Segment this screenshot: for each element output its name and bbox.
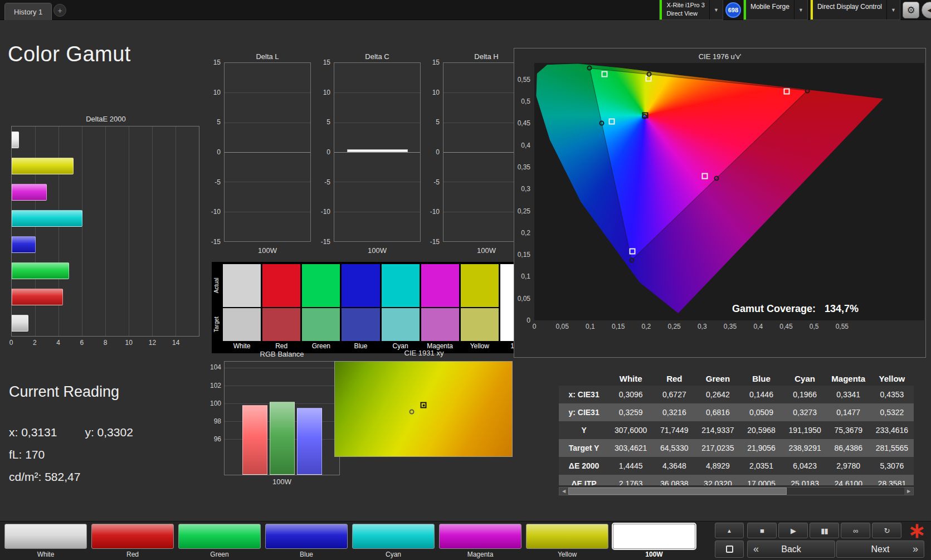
pattern-window-button[interactable] xyxy=(715,540,744,558)
scrollbar-track[interactable] xyxy=(568,488,904,495)
swatch-column-cyan: Cyan xyxy=(382,264,420,351)
delta-l-gridline xyxy=(225,92,310,93)
results-cell: 0,0509 xyxy=(739,403,783,421)
axis-tick-label: 8 xyxy=(104,339,108,347)
axis-tick-label: 6 xyxy=(80,339,84,347)
pause-button[interactable]: ▮▮ xyxy=(810,523,839,538)
patch-button-white[interactable]: White xyxy=(4,524,87,558)
axis-tick-label: -15 xyxy=(430,238,440,246)
loop-button[interactable]: ∞ xyxy=(841,523,870,538)
axis-tick-label: 5 xyxy=(436,118,440,126)
results-cell: 0,6816 xyxy=(696,403,739,421)
results-cell: 21,9056 xyxy=(739,439,783,457)
pattern-source-selector[interactable]: Mobile Forge ▼ xyxy=(743,0,808,20)
meter-selector[interactable]: X-Rite i1Pro 3 Direct View ▼ xyxy=(659,0,723,20)
patch-swatch xyxy=(352,524,435,549)
swatch-target xyxy=(223,308,261,341)
swatch-column-yellow: Yellow xyxy=(461,264,499,351)
results-col-header: Yellow xyxy=(870,371,914,386)
scroll-right-button[interactable]: ▶ xyxy=(904,488,913,495)
scroll-left-button[interactable]: ◀ xyxy=(559,488,568,495)
patch-button-cyan[interactable]: Cyan xyxy=(352,524,435,558)
axis-tick-label: 0,25 xyxy=(667,323,680,330)
history-tab[interactable]: History 1 xyxy=(4,3,52,20)
patch-label: Blue xyxy=(265,551,348,558)
delta-c-title: Delta C xyxy=(334,52,421,62)
patch-button-red[interactable]: Red xyxy=(91,524,174,558)
results-cell: 86,4386 xyxy=(827,439,870,457)
patch-button-green[interactable]: Green xyxy=(178,524,261,558)
results-table-clip: WhiteRedGreenBlueCyanMagentaYellow x: CI… xyxy=(559,371,914,485)
back-button[interactable]: « Back xyxy=(747,540,835,558)
display-control-selector[interactable]: Direct Display Control ▼ xyxy=(810,0,900,20)
stop-icon: ■ xyxy=(760,527,764,535)
results-cell: 0,4353 xyxy=(870,386,914,403)
results-cell: 307,6000 xyxy=(609,421,652,439)
deltae-bar-row xyxy=(12,184,199,201)
axis-tick-label: 0,05 xyxy=(518,295,530,303)
patch-button-magenta[interactable]: Magenta xyxy=(439,524,521,558)
deltae-bar-white xyxy=(12,315,28,332)
results-cell: 64,5330 xyxy=(652,439,696,457)
meter-dropdown-button[interactable]: ▼ xyxy=(709,0,723,20)
gamut-coverage: Gamut Coverage: 134,7% xyxy=(732,303,859,315)
swatch-actual xyxy=(302,264,340,307)
results-row: y: CIE310,32590,32160,68160,05090,32730,… xyxy=(559,403,914,421)
add-tab-button[interactable]: + xyxy=(53,4,66,17)
cie-measured-yellow-marker xyxy=(646,72,651,77)
results-corner-cell xyxy=(559,371,609,386)
axis-tick-label: 0 xyxy=(326,148,330,156)
swatch-column-white: White xyxy=(223,264,261,351)
axis-tick-label: -15 xyxy=(211,238,221,246)
collapse-panel-button[interactable]: ◀ xyxy=(922,2,931,18)
axis-tick-label: -5 xyxy=(215,178,221,186)
patch-swatch xyxy=(265,524,348,549)
deltae-bar-cyan xyxy=(12,210,82,227)
swatch-column-blue: Blue xyxy=(342,264,379,351)
cie1976-chart: CIE 1976 u'v' 00,050,10,150,20,250,30,35… xyxy=(514,48,926,358)
axis-tick-label: 0,1 xyxy=(521,272,530,280)
axis-tick-label: -10 xyxy=(211,208,221,216)
results-cell: 0,3341 xyxy=(827,386,870,403)
axis-tick-label: 10 xyxy=(125,339,133,347)
display-control-dropdown-button[interactable]: ▼ xyxy=(886,0,900,20)
pattern-up-button[interactable]: ▲ xyxy=(715,523,744,538)
swatch-actual xyxy=(461,264,499,307)
results-cell: 36,0838 xyxy=(652,475,696,485)
axis-tick-label: 0,05 xyxy=(556,323,569,330)
rgb-bar-red xyxy=(242,405,267,475)
pattern-source-dropdown-button[interactable]: ▼ xyxy=(794,0,807,20)
patch-button-yellow[interactable]: Yellow xyxy=(526,524,608,558)
target-row-label: Target xyxy=(213,308,220,341)
results-header-row: WhiteRedGreenBlueCyanMagentaYellow xyxy=(559,371,914,386)
axis-tick-label: 12 xyxy=(149,339,156,347)
stop-button[interactable]: ■ xyxy=(747,523,777,538)
gamut-coverage-label: Gamut Coverage: xyxy=(732,303,816,315)
bottom-bar: WhiteRedGreenBlueCyanMagentaYellow100W ▲… xyxy=(0,521,931,560)
axis-tick-label: 10 xyxy=(323,89,330,96)
up-arrow-icon: ▲ xyxy=(727,528,732,534)
results-hscrollbar[interactable]: ◀ ▶ xyxy=(559,487,914,495)
next-button[interactable]: Next » xyxy=(836,540,924,558)
cie-measured-cyan-marker xyxy=(599,120,604,125)
axis-tick-label: 0,45 xyxy=(518,119,530,127)
refresh-button[interactable]: ↻ xyxy=(872,523,901,538)
results-cell: 281,5565 xyxy=(870,439,914,457)
patch-button-100w[interactable]: 100W xyxy=(613,524,695,558)
swatch-column-green: Green xyxy=(302,264,340,351)
patch-button-blue[interactable]: Blue xyxy=(265,524,348,558)
scrollbar-thumb[interactable] xyxy=(568,488,787,495)
axis-tick-label: 10 xyxy=(432,89,440,96)
results-col-header: Blue xyxy=(739,371,783,386)
axis-tick-label: 0,35 xyxy=(518,163,530,171)
settings-gear-button[interactable]: ⚙ xyxy=(903,2,919,18)
gear-icon: ⚙ xyxy=(906,4,915,16)
cie-measured-green-marker xyxy=(587,66,592,71)
delta-c-gridline xyxy=(334,182,420,182)
results-cell: 75,3679 xyxy=(827,421,870,439)
swatch-actual xyxy=(223,264,261,307)
cie-target-green-marker xyxy=(601,71,607,77)
swatch-columns: WhiteRedGreenBlueCyanMagentaYellow100W xyxy=(223,264,538,351)
cie31-measured-marker xyxy=(410,410,415,415)
play-button[interactable]: ▶ xyxy=(778,523,808,538)
